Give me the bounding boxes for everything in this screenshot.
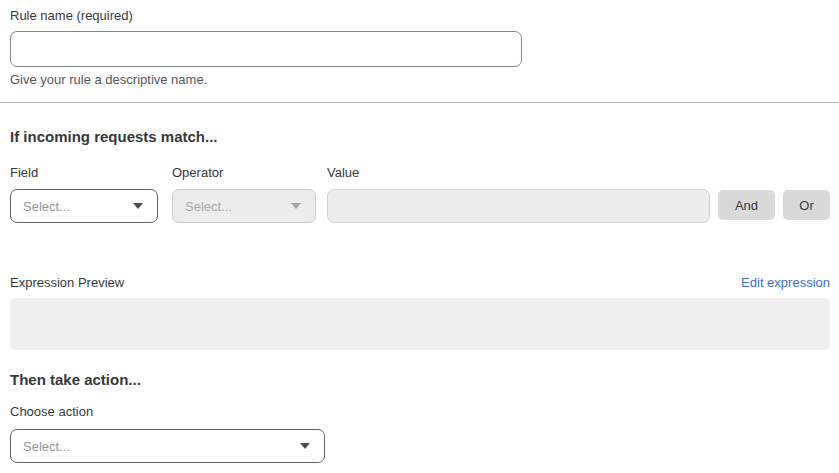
operator-label: Operator xyxy=(172,165,316,181)
value-input xyxy=(327,189,710,223)
operator-select: Select... xyxy=(172,189,316,223)
chevron-down-icon xyxy=(300,443,310,449)
expression-preview-box xyxy=(10,298,830,350)
rule-name-input[interactable] xyxy=(10,31,522,67)
expression-preview-label: Expression Preview xyxy=(10,275,124,291)
section-divider xyxy=(0,102,839,103)
expression-preview-header: Expression Preview Edit expression xyxy=(10,275,830,291)
choose-action-select-value: Select... xyxy=(23,439,70,454)
match-section-heading: If incoming requests match... xyxy=(10,127,830,147)
chevron-down-icon xyxy=(133,203,143,209)
match-condition-row: Field Select... Operator Select... Value… xyxy=(10,165,830,223)
choose-action-label: Choose action xyxy=(10,404,830,420)
choose-action-select[interactable]: Select... xyxy=(10,429,325,463)
rule-name-label: Rule name (required) xyxy=(10,8,830,24)
rule-builder-form: Rule name (required) Give your rule a de… xyxy=(0,0,839,463)
chevron-down-icon xyxy=(291,203,301,209)
value-label: Value xyxy=(327,165,710,181)
edit-expression-link[interactable]: Edit expression xyxy=(741,275,830,290)
field-select-value: Select... xyxy=(23,199,70,214)
action-section-heading: Then take action... xyxy=(10,370,830,390)
field-select[interactable]: Select... xyxy=(10,189,158,223)
rule-name-helper-text: Give your rule a descriptive name. xyxy=(10,72,830,88)
operator-select-value: Select... xyxy=(185,199,232,214)
or-button[interactable]: Or xyxy=(783,190,830,220)
field-label: Field xyxy=(10,165,158,181)
and-button[interactable]: And xyxy=(718,190,775,220)
